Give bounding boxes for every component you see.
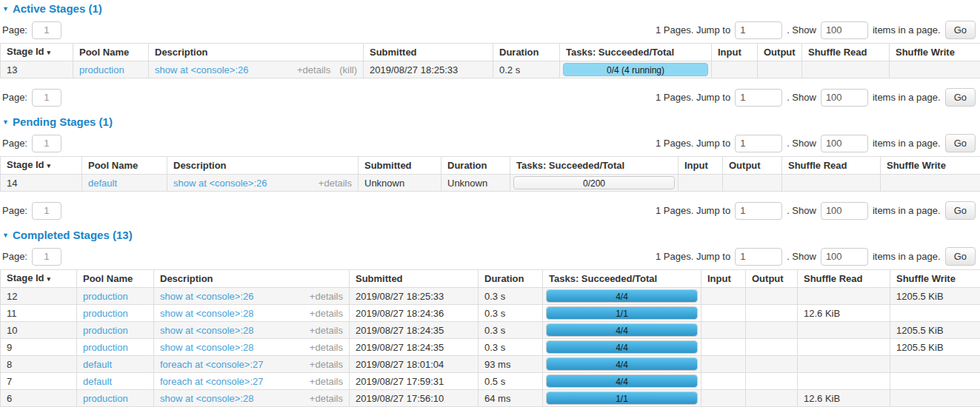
table-row: 6productionshow at <console>:28+details2… [1, 390, 980, 407]
column-header[interactable]: Shuffle Read [782, 157, 881, 175]
show-count-input[interactable] [821, 135, 868, 152]
column-header[interactable]: Submitted [359, 157, 441, 175]
duration-cell: 0.3 s [479, 288, 543, 305]
go-button[interactable]: Go [945, 134, 976, 152]
details-toggle[interactable]: +details [297, 64, 330, 76]
section-title[interactable]: ▼Completed Stages (13) [2, 229, 980, 241]
column-header[interactable]: Stage Id▾ [1, 157, 82, 175]
page-number-input[interactable] [32, 21, 61, 39]
pool-name-link[interactable]: default [88, 178, 117, 189]
column-header-label: Input [707, 273, 731, 284]
kill-link[interactable]: (kill) [339, 64, 357, 76]
details-toggle[interactable]: +details [310, 392, 343, 405]
column-header[interactable]: Output [746, 270, 798, 288]
jump-to-input[interactable] [735, 21, 782, 39]
go-button[interactable]: Go [945, 88, 976, 107]
page-label: Page: [2, 24, 27, 36]
details-toggle[interactable]: +details [310, 290, 343, 303]
shuffle-write-cell: 1205.5 KiB [890, 322, 980, 339]
column-header[interactable]: Input [701, 270, 746, 288]
column-header[interactable]: Description [149, 44, 364, 61]
column-header[interactable]: Tasks: Succeeded/Total [560, 44, 712, 61]
shuffle-write-cell: 1205.5 KiB [890, 288, 980, 305]
column-header[interactable]: Stage Id▾ [1, 44, 73, 61]
column-header-label: Stage Id [7, 159, 44, 170]
page-number-input[interactable] [32, 202, 61, 220]
column-header[interactable]: Description [167, 157, 359, 175]
details-toggle[interactable]: +details [319, 177, 352, 189]
description-link[interactable]: show at <console>:28 [160, 307, 253, 320]
column-header[interactable]: Shuffle Write [890, 44, 980, 61]
details-toggle[interactable]: +details [310, 375, 343, 388]
details-toggle[interactable]: +details [310, 358, 343, 371]
description-cell: show at <console>:28+details [154, 322, 350, 339]
column-header[interactable]: Duration [441, 157, 510, 175]
column-header[interactable]: Tasks: Succeeded/Total [543, 270, 701, 288]
go-button[interactable]: Go [945, 21, 976, 39]
description-link[interactable]: show at <console>:26 [173, 177, 267, 189]
column-header[interactable]: Pool Name [82, 157, 167, 175]
shuffle-write-cell: 1205.5 KiB [890, 339, 980, 356]
column-header[interactable]: Shuffle Write [881, 157, 980, 175]
pool-name-link[interactable]: production [83, 308, 128, 319]
pool-name-link[interactable]: production [83, 325, 128, 336]
page-number-input[interactable] [32, 89, 61, 107]
details-toggle[interactable]: +details [310, 341, 343, 354]
column-header[interactable]: Pool Name [77, 270, 154, 288]
description-link[interactable]: show at <console>:28 [160, 392, 253, 405]
pool-name-link[interactable]: production [79, 64, 124, 75]
jump-to-input[interactable] [735, 89, 782, 107]
column-header[interactable]: Input [712, 44, 758, 61]
column-header[interactable]: Shuffle Read [802, 44, 890, 61]
column-header-label: Output [764, 47, 796, 58]
details-toggle[interactable]: +details [310, 324, 343, 337]
section-title[interactable]: ▼Pending Stages (1) [2, 115, 980, 128]
tasks-progress-bar: 4/4 [546, 340, 698, 354]
go-button[interactable]: Go [945, 201, 976, 220]
stages-table: Stage Id▾Pool NameDescriptionSubmittedDu… [0, 269, 980, 407]
column-header[interactable]: Duration [493, 44, 560, 61]
duration-cell: 0.2 s [493, 61, 560, 78]
page-number-input[interactable] [32, 135, 61, 152]
show-count-input[interactable] [821, 202, 868, 220]
column-header[interactable]: Duration [479, 270, 543, 288]
page-number-input[interactable] [32, 248, 61, 266]
description-link[interactable]: show at <console>:28 [160, 341, 253, 354]
description-cell: foreach at <console>:27+details [154, 356, 350, 373]
column-header[interactable]: Shuffle Write [890, 270, 980, 288]
pool-name-link[interactable]: default [83, 376, 112, 387]
section-title[interactable]: ▼Active Stages (1) [2, 2, 980, 15]
pool-name-link[interactable]: default [83, 359, 112, 370]
column-header[interactable]: Output [758, 44, 802, 61]
description-link[interactable]: show at <console>:28 [160, 324, 253, 337]
column-header[interactable]: Pool Name [73, 44, 149, 61]
jump-to-input[interactable] [735, 202, 782, 220]
description-link[interactable]: foreach at <console>:27 [160, 375, 264, 388]
column-header[interactable]: Submitted [364, 44, 493, 61]
description-link[interactable]: show at <console>:26 [155, 64, 248, 76]
column-header[interactable]: Description [154, 270, 350, 288]
column-header[interactable]: Output [723, 157, 782, 175]
column-header[interactable]: Tasks: Succeeded/Total [510, 157, 679, 175]
column-header[interactable]: Stage Id▾ [1, 270, 77, 288]
details-toggle[interactable]: +details [310, 307, 343, 320]
shuffle-read-cell [802, 61, 890, 78]
show-count-input[interactable] [821, 89, 868, 107]
show-label: . Show [787, 24, 816, 36]
show-count-input[interactable] [821, 21, 868, 39]
tasks-progress-cell: 4/4 [543, 373, 701, 390]
description-link[interactable]: show at <console>:26 [160, 290, 253, 303]
description-link[interactable]: foreach at <console>:27 [160, 358, 264, 371]
jump-to-input[interactable] [735, 135, 782, 152]
column-header[interactable]: Input [679, 157, 723, 175]
go-button[interactable]: Go [945, 247, 976, 266]
pages-count-label: 1 Pages. Jump to [656, 251, 730, 262]
show-count-input[interactable] [821, 248, 868, 266]
pool-name-link[interactable]: production [83, 393, 128, 404]
pool-name-link[interactable]: production [83, 291, 128, 302]
column-header[interactable]: Shuffle Read [798, 270, 890, 288]
column-header[interactable]: Submitted [350, 270, 479, 288]
pool-name-link[interactable]: production [83, 342, 128, 353]
table-header-row: Stage Id▾Pool NameDescriptionSubmittedDu… [1, 270, 980, 288]
jump-to-input[interactable] [735, 248, 782, 266]
